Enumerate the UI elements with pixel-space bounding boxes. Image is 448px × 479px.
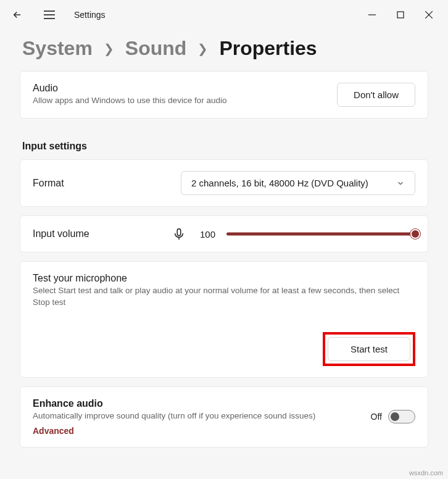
slider-track — [226, 233, 415, 236]
breadcrumb-sound[interactable]: Sound — [125, 37, 187, 60]
volume-label: Input volume — [33, 228, 162, 240]
svg-rect-4 — [397, 12, 404, 18]
test-mic-card: Test your microphone Select Start test a… — [20, 261, 428, 378]
minimize-button[interactable] — [358, 2, 386, 27]
back-button[interactable] — [5, 2, 30, 27]
breadcrumb-system[interactable]: System — [22, 37, 93, 60]
start-test-button[interactable]: Start test — [328, 337, 410, 361]
microphone-icon — [172, 227, 186, 241]
hamburger-icon — [44, 10, 55, 19]
watermark: wsxdn.com — [409, 469, 443, 477]
window-controls — [358, 2, 443, 27]
svg-rect-7 — [177, 229, 181, 236]
titlebar: Settings — [0, 0, 448, 30]
app-title: Settings — [74, 10, 106, 20]
enhance-audio-card: Enhance audio Automatically improve soun… — [20, 386, 428, 448]
toggle-state-label: Off — [371, 412, 382, 422]
input-settings-header: Input settings — [20, 127, 428, 159]
test-mic-subtitle: Select Start test and talk or play audio… — [33, 285, 415, 309]
audio-card: Audio Allow apps and Windows to use this… — [20, 71, 428, 119]
close-button[interactable] — [415, 2, 443, 27]
enhance-title: Enhance audio — [33, 398, 361, 409]
audio-title: Audio — [33, 83, 327, 94]
chevron-right-icon: ❯ — [104, 41, 114, 56]
chevron-down-icon — [396, 179, 405, 188]
enhance-toggle[interactable] — [388, 410, 415, 423]
maximize-button[interactable] — [386, 2, 415, 27]
audio-subtitle: Allow apps and Windows to use this devic… — [33, 95, 327, 107]
menu-button[interactable] — [37, 2, 62, 27]
format-selected: 2 channels, 16 bit, 48000 Hz (DVD Qualit… — [191, 178, 368, 188]
volume-card: Input volume 100 — [20, 215, 428, 252]
format-label: Format — [33, 178, 171, 189]
close-icon — [425, 11, 433, 19]
advanced-link[interactable]: Advanced — [33, 426, 361, 436]
maximize-icon — [397, 11, 404, 19]
start-test-highlight: Start test — [323, 332, 415, 366]
dont-allow-button[interactable]: Don't allow — [337, 83, 415, 107]
slider-thumb[interactable] — [410, 229, 420, 239]
volume-value: 100 — [197, 229, 215, 240]
test-mic-title: Test your microphone — [33, 273, 415, 284]
breadcrumb: System ❯ Sound ❯ Properties — [0, 30, 448, 71]
volume-slider[interactable] — [226, 229, 415, 239]
minimize-icon — [368, 11, 376, 19]
format-card: Format 2 channels, 16 bit, 48000 Hz (DVD… — [20, 159, 428, 207]
chevron-right-icon: ❯ — [197, 41, 208, 56]
enhance-subtitle: Automatically improve sound quality (tur… — [33, 410, 361, 422]
arrow-left-icon — [12, 9, 23, 20]
format-select[interactable]: 2 channels, 16 bit, 48000 Hz (DVD Qualit… — [181, 171, 415, 195]
breadcrumb-properties: Properties — [219, 37, 317, 60]
